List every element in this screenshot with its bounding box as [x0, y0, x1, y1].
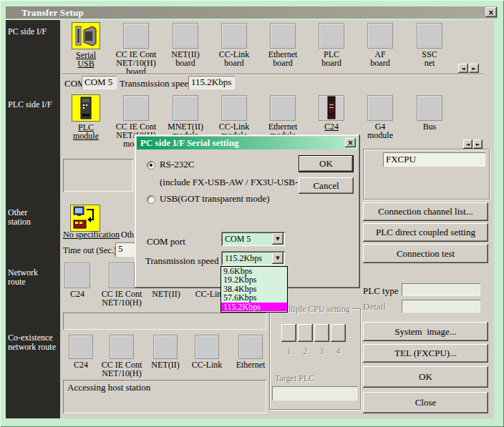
no-specification-label[interactable]: No specification	[63, 230, 120, 240]
pc-if-ccie-board[interactable]: CC IE Cont NET/10(H) board	[112, 22, 160, 76]
window-close-button[interactable]: ×	[485, 7, 497, 17]
g4-module-icon	[367, 95, 393, 121]
status-box: Accessing host station	[63, 380, 266, 413]
icon-label: Bus	[405, 122, 454, 131]
plc-if-cclink-module[interactable]: CC-Link module	[210, 94, 258, 139]
plc-if-g4-module[interactable]: G4 module	[356, 94, 404, 139]
net2-board-icon	[173, 23, 198, 49]
serial-ok-button[interactable]: OK	[299, 155, 354, 172]
com-value-field: COM 5	[82, 76, 117, 89]
sidebar: PC side I/F PLC side I/F Other station N…	[6, 20, 60, 418]
plc-type-field	[402, 283, 480, 296]
radio-dot	[150, 164, 152, 167]
plc-if-mnet2-module[interactable]: MNET(II) module	[161, 94, 210, 139]
icon-label: CC-Link board	[210, 50, 258, 67]
pc-scroll-right-button[interactable]: ►	[469, 64, 479, 73]
ssc-net-icon	[417, 23, 442, 49]
usb-radio[interactable]	[147, 195, 155, 204]
icon-label: NET(II)	[145, 290, 188, 298]
close-button[interactable]: Close	[363, 392, 488, 413]
speed-option-selected[interactable]: 115.2Kbps	[221, 303, 287, 311]
c24-icon	[69, 335, 93, 359]
plc-if-ethernet-module[interactable]: Ethernet module	[258, 94, 307, 139]
pc-scroll-left-button[interactable]: ◄	[458, 64, 468, 73]
detail-label: Detail	[363, 301, 386, 313]
connection-test-button[interactable]: Connection test	[363, 244, 488, 263]
speed-option[interactable]: 57.6Kbps	[221, 293, 287, 302]
arrow-left-icon: ◄	[461, 66, 465, 72]
serial-dialog-close-button[interactable]: ×	[345, 138, 356, 147]
cclink-board-icon	[221, 23, 247, 49]
cpu-2-button[interactable]	[298, 324, 313, 342]
speed-combobox[interactable]: 115.2Kbps ▼	[221, 251, 285, 265]
net2-icon	[153, 335, 178, 359]
plc-scroll-right-button[interactable]: ►	[473, 139, 483, 149]
plc-type-label: PLC type	[363, 285, 398, 297]
cclink-icon	[195, 335, 219, 359]
timeout-label: Time out (Sec.)	[63, 245, 117, 256]
timeout-field[interactable]: 5	[115, 242, 135, 257]
ccie-icon	[109, 262, 135, 288]
plc-if-c24[interactable]: C24	[307, 94, 356, 131]
ccie-board-icon	[123, 23, 149, 49]
usb-label: USB(GOT transparent mode)	[160, 193, 270, 205]
connection-channel-list-button[interactable]: Connection channel list...	[363, 202, 488, 221]
ethernet-module-icon	[270, 95, 296, 121]
plc-direct-coupled-setting-button[interactable]: PLC direct coupled setting	[363, 223, 488, 242]
other-station-no-spec-icon[interactable]	[70, 205, 100, 232]
plc-scroll-left-button[interactable]: ◄	[463, 139, 472, 149]
pc-if-cclink-board[interactable]: CC-Link board	[210, 22, 258, 67]
com-port-combobox[interactable]: COM 5 ▼	[221, 232, 285, 246]
cpu-1-button[interactable]	[281, 324, 296, 342]
plc-module-icon	[72, 94, 100, 122]
pc-if-plc-board[interactable]: PLC board	[307, 22, 356, 67]
coex-ethernet[interactable]: Ethernet	[226, 334, 275, 369]
serial-cancel-button[interactable]: Cancel	[299, 177, 354, 194]
cpu-3-button[interactable]	[314, 324, 329, 342]
icon-label: CC IE Cont NET/10(H)	[97, 360, 146, 378]
speed-dropdown-button[interactable]: ▼	[272, 252, 284, 264]
serial-dialog-title: PC side I/F Serial setting	[140, 137, 238, 149]
serial-usb-icon	[72, 22, 100, 49]
pc-if-ethernet-board[interactable]: Ethernet board	[258, 22, 307, 67]
icon-label: Ethernet	[226, 360, 275, 369]
icon-label: SSC net	[405, 50, 454, 67]
cpu-4-button[interactable]	[331, 324, 346, 342]
sidebar-label-network-route: Network route	[8, 268, 38, 287]
icon-label: AF board	[356, 50, 404, 67]
com-port-dropdown-button[interactable]: ▼	[272, 233, 284, 245]
pc-if-net2-board[interactable]: NET(II) board	[161, 22, 210, 67]
c24-module-icon	[319, 95, 344, 121]
pc-if-ssc-net[interactable]: SSC net	[405, 22, 454, 67]
rs232c-label: RS-232C	[160, 159, 194, 170]
arrow-left-icon: ◄	[466, 142, 470, 147]
other-station-label-fragment: Oth	[121, 230, 134, 240]
window-titlebar[interactable]: Transfer Setup	[6, 6, 498, 19]
serial-dialog-titlebar[interactable]: PC side I/F Serial setting	[137, 137, 358, 149]
ccie-module-icon	[123, 95, 149, 121]
ok-button[interactable]: OK	[363, 366, 488, 388]
sidebar-label-pc-side: PC side I/F	[8, 27, 47, 36]
tel-fxcpu-button[interactable]: TEL (FXCPU)...	[363, 344, 488, 363]
rs232c-radio[interactable]	[147, 161, 155, 170]
multiple-cpu-group: Multiple CPU setting 1 2 3 4 Target PLC	[269, 308, 361, 410]
pc-if-serial-usb[interactable]: Serial USB	[62, 22, 110, 68]
pc-if-af-board[interactable]: AF board	[356, 22, 404, 67]
icon-label: CC IE Cont NET/10(H) board	[112, 50, 160, 76]
plc-if-bus[interactable]: Bus	[405, 94, 454, 131]
speed-dropdown-list: 9.6Kbps 19.2Kbps 38.4Kbps 57.6Kbps 115.2…	[220, 266, 288, 313]
com-port-value: COM 5	[225, 234, 251, 245]
network-route-c24[interactable]: C24	[56, 262, 99, 298]
plc-if-plc-module[interactable]: PLC module	[62, 94, 110, 140]
icon-label: CC IE Cont NET/10(H)	[100, 290, 143, 307]
coex-ccie[interactable]: CC IE Cont NET/10(H)	[97, 334, 146, 378]
plc-board-icon	[319, 23, 344, 49]
speed-option[interactable]: 19.2Kbps	[221, 275, 287, 284]
rs232c-note: (include FX-USB-AW / FX3U-USB-BD)	[160, 177, 314, 188]
system-image-button[interactable]: System image...	[363, 322, 488, 341]
icon-label: Serial USB	[62, 51, 110, 68]
c24-icon	[64, 262, 90, 288]
station-list-box	[63, 159, 133, 192]
ccie-icon	[110, 335, 134, 359]
coex-cclink[interactable]: CC-Link	[183, 334, 231, 369]
